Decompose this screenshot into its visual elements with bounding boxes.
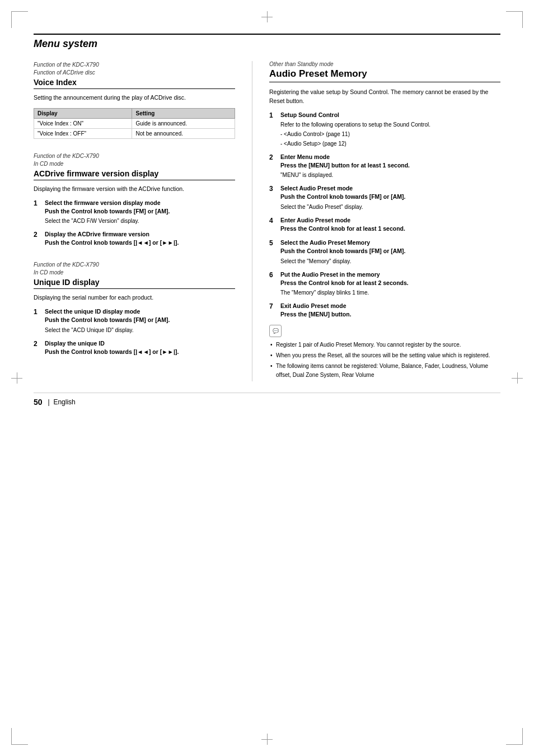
unique-id-function-label: Function of the KDC-X790 In CD mode bbox=[34, 261, 235, 277]
step-number: 1 bbox=[269, 111, 277, 119]
step-number: 3 bbox=[269, 185, 277, 193]
unique-id-section: Function of the KDC-X790 In CD mode Uniq… bbox=[34, 261, 235, 356]
step-title: Enter Menu mode bbox=[280, 153, 330, 160]
step-detail: Select the "ACD Unique ID" display. bbox=[45, 326, 235, 334]
step-item: 1Select the firmware version display mod… bbox=[34, 199, 235, 226]
page-number: 50 bbox=[34, 398, 43, 407]
firmware-version-section: Function of the KDC-X790 In CD mode ACDr… bbox=[34, 152, 235, 248]
step-number: 6 bbox=[269, 271, 277, 279]
step-bold: Push the Control knob towards [FM] or [A… bbox=[45, 207, 235, 216]
table-header-setting: Setting bbox=[132, 108, 235, 118]
step-bold: Push the Control knob towards [FM] or [A… bbox=[280, 247, 500, 256]
info-icon: 💬 bbox=[269, 325, 282, 337]
step-bold: Press the [MENU] button for at least 1 s… bbox=[280, 161, 500, 170]
section-title-bar: Menu system bbox=[34, 34, 500, 50]
two-column-layout: Function of the KDC-X790 Function of ACD… bbox=[34, 61, 500, 381]
step-bold: Push the Control knob towards [FM] or [A… bbox=[45, 316, 235, 325]
step-number: 5 bbox=[269, 239, 277, 247]
step-number: 1 bbox=[34, 199, 41, 207]
step-bold: Press the [MENU] button. bbox=[280, 310, 500, 319]
right-section-desc: Registering the value setup by Sound Con… bbox=[269, 88, 500, 106]
table-header-display: Display bbox=[34, 108, 132, 118]
step-title: Display the unique ID bbox=[45, 340, 105, 347]
step-detail: "MENU" is displayed. bbox=[280, 171, 500, 179]
corner-mark-tl bbox=[11, 11, 28, 28]
step-title: Exit Audio Preset mode bbox=[280, 302, 346, 309]
right-column: Other than Standby mode Audio Preset Mem… bbox=[252, 61, 500, 381]
step-detail: The "Memory" display blinks 1 time. bbox=[280, 288, 500, 297]
step-bold: Push the Control knob towards [FM] or [A… bbox=[280, 193, 500, 202]
step-number: 2 bbox=[269, 153, 277, 161]
note-item: The following items cannot be registered… bbox=[269, 362, 500, 380]
unique-id-title: Unique ID display bbox=[34, 278, 235, 289]
step-number: 7 bbox=[269, 302, 277, 310]
crosshair-right bbox=[512, 372, 523, 384]
step-title: Enter Audio Preset mode bbox=[280, 217, 350, 223]
step-detail: Select the "ACD F/W Version" display. bbox=[45, 217, 235, 225]
table-cell: "Voice Index : OFF" bbox=[34, 128, 132, 138]
table-cell: Guide is announced. bbox=[132, 118, 235, 128]
table-cell: "Voice Index : ON" bbox=[34, 118, 132, 128]
step-detail-line: - <Audio Setup> (page 12) bbox=[280, 139, 500, 148]
step-item: 3Select Audio Preset modePush the Contro… bbox=[269, 185, 500, 211]
firmware-title: ACDrive firmware version display bbox=[34, 169, 235, 180]
step-number: 4 bbox=[269, 217, 277, 225]
step-item: 5Select the Audio Preset MemoryPush the … bbox=[269, 239, 500, 265]
step-item: 1Select the unique ID display modePush t… bbox=[34, 308, 235, 334]
step-item: 4Enter Audio Preset modePress the Contro… bbox=[269, 217, 500, 234]
notes-list: Register 1 pair of Audio Preset Memory. … bbox=[269, 340, 500, 380]
step-title: Display the ACDrive firmware version bbox=[45, 231, 149, 237]
step-number: 2 bbox=[34, 231, 41, 239]
table-cell: Not be announced. bbox=[132, 128, 235, 138]
crosshair-bottom bbox=[261, 734, 273, 745]
firmware-function-label: Function of the KDC-X790 In CD mode bbox=[34, 152, 235, 168]
voice-index-title: Voice Index bbox=[34, 78, 235, 89]
note-item: Register 1 pair of Audio Preset Memory. … bbox=[269, 340, 500, 349]
section-title: Menu system bbox=[34, 38, 500, 50]
corner-mark-br bbox=[506, 728, 523, 745]
step-bold: Press the Control knob for at least 2 se… bbox=[280, 279, 500, 288]
unique-id-desc: Displaying the serial number for each pr… bbox=[34, 293, 235, 302]
step-bold: Press the Control knob for at least 1 se… bbox=[280, 225, 500, 234]
step-title: Select the unique ID display mode bbox=[45, 308, 140, 315]
voice-index-section: Function of the KDC-X790 Function of ACD… bbox=[34, 61, 235, 139]
voice-index-desc: Setting the announcement during the play… bbox=[34, 94, 235, 102]
crosshair-left bbox=[11, 372, 22, 384]
step-item: 2Enter Menu modePress the [MENU] button … bbox=[269, 153, 500, 180]
step-title: Put the Audio Preset in the memory bbox=[280, 271, 380, 278]
step-detail: Select the "Audio Preset" display. bbox=[280, 203, 500, 211]
page-language: | English bbox=[48, 398, 76, 406]
corner-mark-tr bbox=[506, 11, 523, 28]
step-title: Select Audio Preset mode bbox=[280, 185, 353, 192]
right-section-title: Audio Preset Memory bbox=[269, 68, 500, 82]
page: Menu system Function of the KDC-X790 Fun… bbox=[0, 0, 534, 756]
step-detail-line: Refer to the following operations to set… bbox=[280, 120, 500, 129]
step-item: 7Exit Audio Preset modePress the [MENU] … bbox=[269, 302, 500, 319]
right-section-label: Other than Standby mode bbox=[269, 61, 500, 67]
page-footer: 50 | English bbox=[34, 393, 500, 407]
step-number: 2 bbox=[34, 340, 41, 348]
step-item: 6Put the Audio Preset in the memoryPress… bbox=[269, 271, 500, 297]
firmware-desc: Displaying the firmware version with the… bbox=[34, 185, 235, 194]
voice-index-table: Display Setting "Voice Index : ON"Guide … bbox=[34, 108, 235, 139]
step-item: 1Setup Sound ControlRefer to the followi… bbox=[269, 111, 500, 148]
note-item: When you press the Reset, all the source… bbox=[269, 351, 500, 360]
step-detail: Select the "Memory" display. bbox=[280, 257, 500, 265]
step-number: 1 bbox=[34, 308, 41, 316]
step-title: Setup Sound Control bbox=[280, 111, 339, 118]
step-item: 2Display the ACDrive firmware versionPus… bbox=[34, 231, 235, 248]
step-title: Select the firmware version display mode bbox=[45, 199, 161, 206]
step-detail-line: - <Audio Control> (page 11) bbox=[280, 130, 500, 138]
step-title: Select the Audio Preset Memory bbox=[280, 239, 370, 246]
step-item: 2Display the unique IDPush the Control k… bbox=[34, 340, 235, 357]
step-bold: Push the Control knob towards [|◄◄] or [… bbox=[45, 348, 235, 357]
corner-mark-bl bbox=[11, 728, 28, 745]
step-bold: Push the Control knob towards [|◄◄] or [… bbox=[45, 239, 235, 248]
voice-index-function-label: Function of the KDC-X790 Function of ACD… bbox=[34, 61, 235, 77]
crosshair-top bbox=[261, 11, 273, 22]
left-column: Function of the KDC-X790 Function of ACD… bbox=[34, 61, 235, 381]
